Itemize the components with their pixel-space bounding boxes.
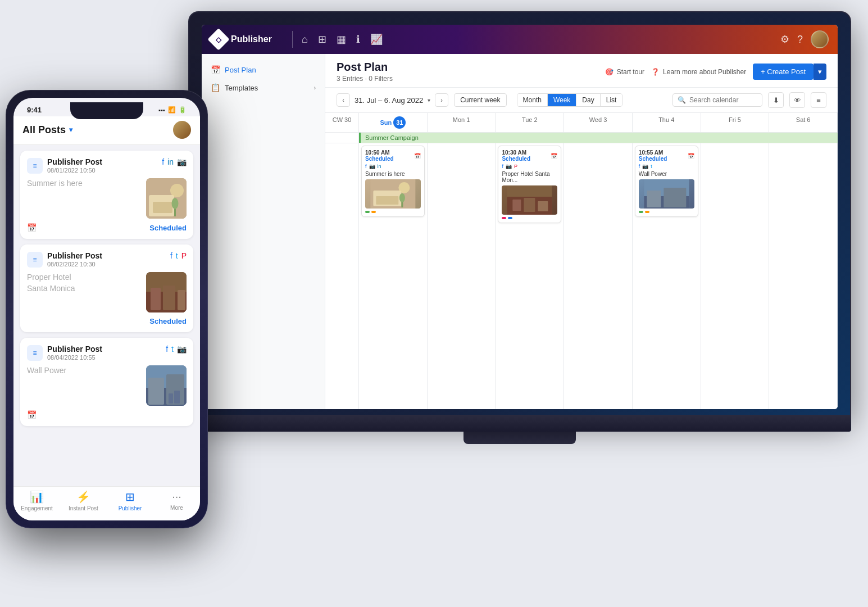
svg-point-20 — [172, 198, 179, 209]
post2-status: Scheduled — [502, 156, 530, 162]
learn-more-button[interactable]: ❓ Learn more about Publisher — [651, 68, 746, 76]
cal-post-card-1[interactable]: 10:50 AM Scheduled 📅 f 📷 in Summer is he… — [361, 146, 425, 217]
phone-post-1-content: Summer is here — [27, 178, 187, 219]
phone-nav-instant-post[interactable]: ⚡ Instant Post — [60, 490, 107, 511]
dot-pink — [502, 217, 506, 219]
phone-post-2-text: Proper HotelSanta Monica — [27, 272, 140, 294]
topbar-nav: ⌂ ⊞ ▦ ℹ 📈 — [302, 33, 780, 46]
phone-post-2-status: Scheduled — [149, 317, 187, 325]
app-name: Publisher — [231, 34, 272, 44]
user-avatar[interactable] — [811, 30, 829, 48]
chart-icon[interactable]: 📈 — [370, 33, 383, 46]
p3-tw-icon: t — [171, 345, 174, 354]
sidebar-item-templates[interactable]: 📋 Templates › — [202, 79, 325, 97]
post3-image-svg — [639, 179, 694, 209]
search-input[interactable] — [689, 96, 757, 104]
sidebar-item-post-plan[interactable]: 📅 Post Plan — [202, 61, 325, 79]
sidebar-item-post-plan-label: Post Plan — [225, 66, 256, 74]
post2-image — [502, 185, 557, 215]
p2-pi-icon: P — [181, 251, 187, 260]
svg-rect-23 — [151, 288, 161, 310]
phone-nav-engagement[interactable]: 📊 Engagement — [13, 490, 60, 511]
phone-post-1-social: f in 📷 — [162, 157, 187, 166]
day-header-sat6: Sat 6 — [769, 113, 838, 132]
phone-title-dropdown-icon[interactable]: ▾ — [69, 126, 72, 134]
campaign-row-label — [325, 133, 359, 143]
day-view-button[interactable]: Day — [576, 94, 600, 106]
svg-rect-9 — [524, 198, 535, 212]
learn-more-icon: ❓ — [651, 68, 660, 76]
phone-post-2-title-meta: Publisher Post 08/02/2022 10:30 — [47, 251, 102, 268]
p1-ig-icon: 📷 — [177, 157, 187, 166]
cw-label-text: CW 30 — [333, 116, 352, 123]
learn-more-label: Learn more about Publisher — [663, 68, 746, 76]
week-view-button[interactable]: Week — [548, 94, 576, 106]
day-label-wed3: Wed 3 — [589, 116, 607, 123]
calendar-nav-icon[interactable]: ▦ — [337, 33, 346, 46]
phone-post-3-footer: 📅 — [27, 410, 187, 419]
phone-post-1-title-meta: Publisher Post 08/01/2022 10:50 — [47, 157, 102, 174]
create-post-button[interactable]: + Create Post — [753, 64, 814, 80]
svg-rect-25 — [178, 290, 185, 310]
phone-post-2-thumb — [146, 272, 187, 312]
day-header-tue2: Tue 2 — [496, 113, 564, 132]
p2-tw-icon: t — [176, 251, 178, 260]
day-label-sun31: Sun 31 — [380, 119, 406, 126]
post1-li-icon: in — [378, 164, 381, 169]
day-header-thu4: Thu 4 — [633, 113, 701, 132]
filter-button[interactable]: ≡ — [811, 92, 826, 108]
dot-green — [365, 211, 370, 213]
phone-notch — [70, 102, 143, 119]
post2-social-icons: f 📷 P — [502, 164, 557, 169]
day-label-thu4: Thu 4 — [658, 116, 674, 123]
next-week-button[interactable]: › — [435, 93, 448, 107]
post1-status: Scheduled — [365, 156, 394, 162]
app-topbar: ◇ Publisher ⌂ ⊞ ▦ ℹ 📈 ⚙ ? — [202, 25, 838, 54]
phone-post-card-1[interactable]: ≡ Publisher Post 08/01/2022 10:50 f in 📷 — [20, 151, 193, 239]
post2-ig-icon: 📷 — [506, 164, 512, 169]
list-view-button[interactable]: List — [601, 94, 622, 106]
cal-post-card-2[interactable]: 10:30 AM Scheduled 📅 f 📷 P Proper Hotel … — [498, 146, 561, 223]
cal-post-card-3[interactable]: 10:55 AM Scheduled 📅 f 📷 t Wall Power — [635, 146, 698, 217]
cal-cell-tue2: 10:30 AM Scheduled 📅 f 📷 P Proper Hotel … — [496, 143, 564, 409]
home-icon[interactable]: ⌂ — [302, 34, 308, 46]
p1-li-icon: in — [167, 157, 174, 166]
cw-label: CW 30 — [325, 113, 359, 132]
phone-nav-more[interactable]: ··· More — [153, 490, 200, 511]
content-header: Post Plan 3 Entries · 0 Filters 🎯 Start … — [325, 54, 838, 88]
phone-post-2-title: Publisher Post — [47, 251, 102, 260]
svg-rect-2 — [376, 196, 398, 205]
phone-post-card-3[interactable]: ≡ Publisher Post 08/04/2022 10:55 f t 📷 — [20, 338, 193, 426]
post1-title: Summer is here — [365, 171, 421, 177]
month-view-button[interactable]: Month — [517, 94, 548, 106]
current-week-button[interactable]: Current week — [454, 93, 506, 107]
post3-social-icons: f 📷 t — [639, 164, 694, 169]
create-post-dropdown-button[interactable]: ▾ — [814, 64, 826, 80]
phone-user-avatar[interactable] — [173, 121, 191, 139]
post2-title: Proper Hotel Santa Mon... — [502, 171, 557, 183]
start-tour-label: Start tour — [617, 68, 644, 76]
download-button[interactable]: ⬇ — [768, 92, 784, 108]
phone-nav-publisher[interactable]: ⊞ Publisher — [107, 490, 153, 511]
main-content: Post Plan 3 Entries · 0 Filters 🎯 Start … — [325, 54, 838, 409]
campaign-name: Summer Campaign — [365, 134, 419, 141]
info-icon[interactable]: ℹ — [356, 33, 360, 46]
topbar-divider — [292, 31, 293, 48]
phone-post-card-2[interactable]: ≡ Publisher Post 08/02/2022 10:30 f t P — [20, 244, 193, 332]
svg-rect-13 — [647, 191, 661, 207]
preview-button[interactable]: 👁 — [789, 92, 805, 108]
cal-cell-wed3 — [564, 143, 633, 409]
settings-icon[interactable]: ⚙ — [780, 33, 789, 46]
post3-status: Scheduled — [639, 156, 667, 162]
prev-week-button[interactable]: ‹ — [337, 93, 350, 107]
grid-icon[interactable]: ⊞ — [318, 33, 326, 46]
phone-post-1-meta: ≡ Publisher Post 08/01/2022 10:50 — [27, 157, 102, 174]
calendar-area: CW 30 Sun 31 Mon 1 Tue 2 — [325, 113, 838, 409]
date-range-label: 31. Jul – 6. Aug 2022 — [355, 96, 423, 105]
help-icon[interactable]: ? — [797, 34, 803, 46]
svg-rect-17 — [153, 202, 172, 213]
start-tour-button[interactable]: 🎯 Start tour — [605, 68, 644, 76]
post2-image-svg — [502, 185, 557, 215]
phone-post-1-text: Summer is here — [27, 178, 140, 189]
post1-social-icons: f 📷 in — [365, 164, 421, 169]
